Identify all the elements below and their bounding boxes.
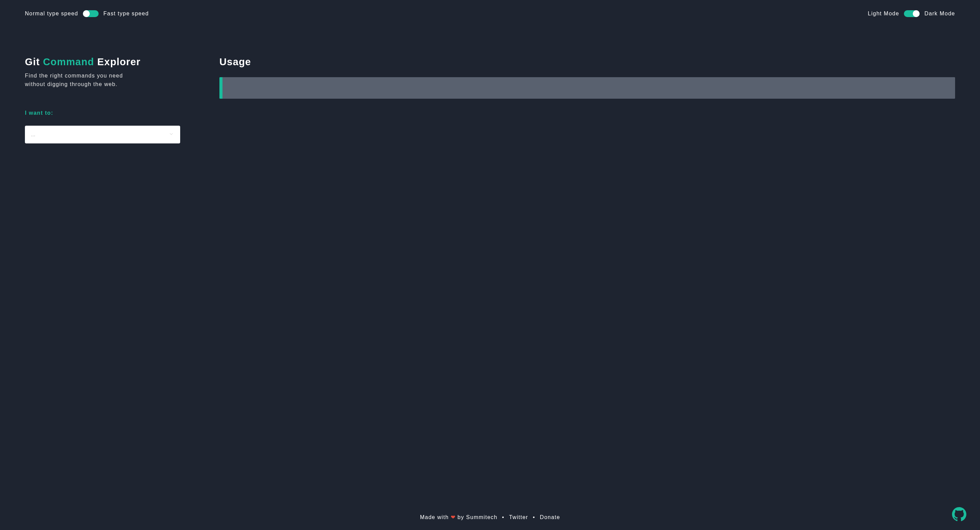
right-column: Usage xyxy=(220,56,955,507)
left-column: Git Command Explorer Find the right comm… xyxy=(25,56,180,507)
usage-output xyxy=(220,77,955,99)
title-part1: Git xyxy=(25,56,43,67)
twitter-link[interactable]: Twitter xyxy=(509,514,528,520)
normal-speed-label: Normal type speed xyxy=(25,11,78,17)
title-accent: Command xyxy=(43,56,94,67)
theme-toggle[interactable] xyxy=(904,10,920,17)
prompt-label: I want to: xyxy=(25,110,180,116)
usage-title: Usage xyxy=(220,56,955,68)
footer-content: Made with ❤ by Summitech • Twitter • Don… xyxy=(14,514,966,520)
fast-speed-label: Fast type speed xyxy=(103,11,149,17)
light-mode-label: Light Mode xyxy=(868,11,899,17)
header: Normal type speed Fast type speed Light … xyxy=(0,0,980,24)
github-icon[interactable] xyxy=(952,507,966,522)
page-title: Git Command Explorer xyxy=(25,56,180,68)
separator: • xyxy=(533,514,535,520)
footer-by: by xyxy=(455,514,466,520)
select-placeholder: ... xyxy=(31,132,35,137)
toggle-knob xyxy=(913,10,920,17)
author-link[interactable]: Summitech xyxy=(466,514,498,520)
toggle-knob xyxy=(83,10,90,17)
type-speed-toggle[interactable] xyxy=(83,10,99,17)
page-subtitle: Find the right commands you need without… xyxy=(25,72,134,89)
title-part3: Explorer xyxy=(94,56,141,67)
footer-made-with: Made with xyxy=(420,514,451,520)
dark-mode-label: Dark Mode xyxy=(924,11,955,17)
footer: Made with ❤ by Summitech • Twitter • Don… xyxy=(0,507,980,530)
theme-toggle-group: Light Mode Dark Mode xyxy=(868,10,955,17)
type-speed-toggle-group: Normal type speed Fast type speed xyxy=(25,10,149,17)
donate-link[interactable]: Donate xyxy=(540,514,560,520)
chevron-down-icon xyxy=(169,131,174,138)
action-select[interactable]: ... xyxy=(25,126,180,144)
main-content: Git Command Explorer Find the right comm… xyxy=(0,24,980,507)
heart-icon: ❤ xyxy=(451,514,455,520)
separator: • xyxy=(502,514,504,520)
